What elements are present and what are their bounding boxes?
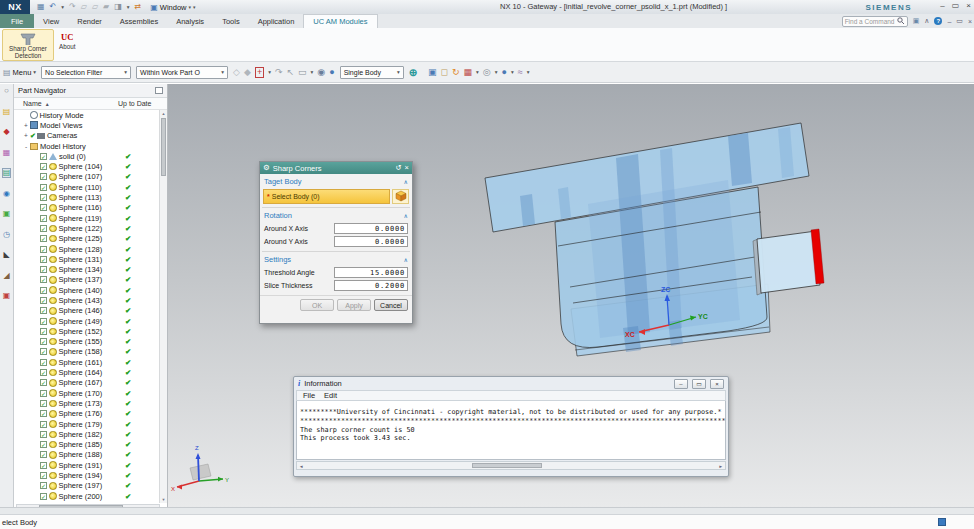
scrollbar-thumb[interactable] — [161, 118, 166, 176]
close-icon[interactable]: × — [405, 164, 409, 172]
scroll-down-icon[interactable]: ▼ — [160, 497, 167, 502]
feature-checkbox[interactable]: ✓ — [40, 266, 47, 273]
feature-checkbox[interactable]: ✓ — [40, 451, 47, 458]
tree-item[interactable]: ✓Sphere (128)✔ — [14, 244, 160, 254]
roles-icon[interactable]: ▣ — [3, 292, 11, 300]
window-menu-button[interactable]: ▣ Window ▾ ▾ — [150, 3, 195, 12]
tree-item[interactable]: ✓Sphere (137)✔ — [14, 275, 160, 285]
feature-checkbox[interactable]: ✓ — [40, 493, 47, 500]
select-body-button[interactable]: * Select Body (0) — [263, 189, 390, 204]
tab-assemblies[interactable]: Assemblies — [111, 14, 167, 28]
feature-checkbox[interactable]: ✓ — [40, 421, 47, 428]
feature-checkbox[interactable]: ✓ — [40, 318, 47, 325]
tree-item[interactable]: ✓Sphere (152)✔ — [14, 326, 160, 336]
about-button[interactable]: UC About — [56, 29, 78, 61]
tree-item[interactable]: +✔Cameras — [14, 131, 160, 141]
tree-item[interactable]: ✓Sphere (164)✔ — [14, 367, 160, 377]
tree-item[interactable]: ✓Sphere (116)✔ — [14, 203, 160, 213]
tree-item[interactable]: History Mode — [14, 110, 160, 120]
cut-icon[interactable]: ▱ — [81, 3, 87, 11]
clock-history-icon[interactable]: ◷ — [3, 231, 10, 239]
feature-checkbox[interactable]: ✓ — [40, 431, 47, 438]
ok-button[interactable]: OK — [300, 299, 334, 311]
minimize-ribbon-icon[interactable]: ∧ — [924, 17, 929, 25]
feature-checkbox[interactable]: ✓ — [40, 379, 47, 386]
column-header-up-to-date[interactable]: Up to Date — [118, 100, 151, 107]
feature-checkbox[interactable]: ✓ — [40, 307, 47, 314]
undo-caret-icon[interactable]: ▾ — [61, 4, 64, 10]
assembly-navigator-icon[interactable]: ▤ — [3, 108, 11, 116]
feature-checkbox[interactable]: ✓ — [40, 225, 47, 232]
apply-button[interactable]: Apply — [337, 299, 371, 311]
tab-application[interactable]: Application — [249, 14, 304, 28]
point-constructor-icon[interactable]: ⊕ — [409, 67, 417, 78]
feature-checkbox[interactable]: ✓ — [40, 153, 47, 160]
dialog-titlebar[interactable]: ⚙ Sharp Corners ↺ × — [260, 162, 412, 174]
target-body-section-header[interactable]: Taget Body ∧ — [260, 174, 412, 188]
ribbon-pin-icon[interactable]: ▣ — [913, 17, 920, 25]
maximize-button[interactable]: ▭ — [692, 379, 706, 389]
feature-checkbox[interactable]: ✓ — [40, 338, 47, 345]
tree-item[interactable]: ✓Sphere (125)✔ — [14, 234, 160, 244]
save-icon[interactable]: ▦ — [37, 3, 45, 11]
feature-checkbox[interactable]: ✓ — [40, 390, 47, 397]
reset-icon[interactable]: ↺ — [395, 164, 401, 172]
constraint-navigator-icon[interactable]: ◆ — [3, 128, 9, 136]
tree-item[interactable]: ✓Sphere (155)✔ — [14, 337, 160, 347]
column-header-name[interactable]: Name ▲ — [14, 100, 50, 107]
point-dialog-caret-icon[interactable]: ▾ — [268, 69, 271, 75]
feature-checkbox[interactable]: ✓ — [40, 246, 47, 253]
tree-item[interactable]: ✓Sphere (107)✔ — [14, 172, 160, 182]
close-window-icon[interactable]: × — [968, 18, 972, 25]
information-titlebar[interactable]: i Information – ▭ × — [294, 377, 728, 390]
tree-item[interactable]: ✓Sphere (170)✔ — [14, 388, 160, 398]
feature-checkbox[interactable]: ✓ — [40, 441, 47, 448]
tree-item[interactable]: ✓Sphere (173)✔ — [14, 398, 160, 408]
undo-icon[interactable]: ↶ — [50, 3, 57, 11]
tab-file[interactable]: File — [0, 14, 34, 28]
tree-item[interactable]: ✓Sphere (179)✔ — [14, 419, 160, 429]
history-palette-icon[interactable]: ▣ — [3, 210, 11, 218]
tree-item[interactable]: ✓Sphere (167)✔ — [14, 378, 160, 388]
tree-item[interactable]: ✓Sphere (158)✔ — [14, 347, 160, 357]
lasso-icon[interactable]: ▭ — [298, 68, 307, 77]
cancel-button[interactable]: Cancel — [374, 299, 408, 311]
tree-item[interactable]: ✓Sphere (134)✔ — [14, 264, 160, 274]
rotate-view-icon[interactable]: ↻ — [452, 68, 460, 77]
shaded-view-icon[interactable]: ● — [501, 68, 506, 77]
around-x-axis-input[interactable]: 0.0000 — [334, 223, 408, 234]
tree-item[interactable]: ✓Sphere (110)✔ — [14, 182, 160, 192]
tree-item[interactable]: ✓Sphere (113)✔ — [14, 192, 160, 202]
snap-angle-icon[interactable]: ◆ — [244, 68, 251, 77]
selection-scope-dropdown[interactable]: Within Work Part O ▾ — [136, 66, 228, 79]
rotate-icon[interactable]: ↷ — [275, 68, 283, 77]
scroll-left-icon[interactable]: ◄ — [299, 464, 303, 469]
paste-icon[interactable]: ▰ — [103, 3, 109, 11]
feature-checkbox[interactable]: ✓ — [40, 410, 47, 417]
edit-menu[interactable]: Edit — [324, 391, 337, 400]
find-command-input[interactable]: Find a Command — [842, 16, 908, 27]
web-browser-icon[interactable]: ◉ — [3, 190, 10, 198]
feature-checkbox[interactable]: ✓ — [40, 194, 47, 201]
settings-section-header[interactable]: Settings ∧ — [260, 252, 412, 266]
feature-checkbox[interactable]: ✓ — [40, 184, 47, 191]
visual-effects-icon[interactable]: ≈ — [518, 68, 523, 77]
feature-checkbox[interactable]: ✓ — [40, 400, 47, 407]
tree-item[interactable]: ✓solid (0)✔ — [14, 151, 160, 161]
minimize-button[interactable]: – — [674, 379, 688, 389]
zoom-window-icon[interactable]: ◻ — [441, 68, 448, 77]
part-navigator-icon[interactable]: ▦ — [3, 149, 11, 157]
restore-button[interactable]: ▭ — [952, 1, 960, 10]
tree-item[interactable]: ✓Sphere (119)✔ — [14, 213, 160, 223]
feature-checkbox[interactable]: ✓ — [40, 204, 47, 211]
lasso-caret-icon[interactable]: ▾ — [311, 69, 314, 75]
tree-item[interactable]: ✓Sphere (131)✔ — [14, 254, 160, 264]
tree-item[interactable]: ✓Sphere (182)✔ — [14, 429, 160, 439]
feature-checkbox[interactable]: ✓ — [40, 163, 47, 170]
feature-checkbox[interactable]: ✓ — [40, 235, 47, 242]
work-body-icon[interactable]: ● — [329, 68, 334, 77]
tab-view[interactable]: View — [34, 14, 68, 28]
fit-window-icon[interactable]: ▣ — [428, 68, 437, 77]
tree-item[interactable]: ✓Sphere (149)✔ — [14, 316, 160, 326]
tree-expander-icon[interactable]: - — [22, 143, 30, 150]
